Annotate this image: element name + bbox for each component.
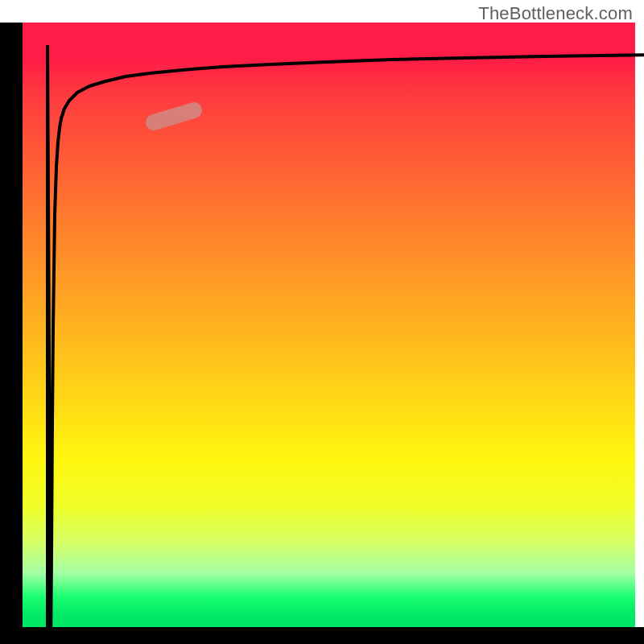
watermark-text: TheBottleneck.com (478, 3, 633, 24)
highlight-segment (154, 110, 194, 122)
chart-svg (45, 45, 644, 644)
plot-area (23, 23, 635, 627)
y-axis (0, 23, 23, 627)
bottleneck-curve (47, 45, 644, 644)
